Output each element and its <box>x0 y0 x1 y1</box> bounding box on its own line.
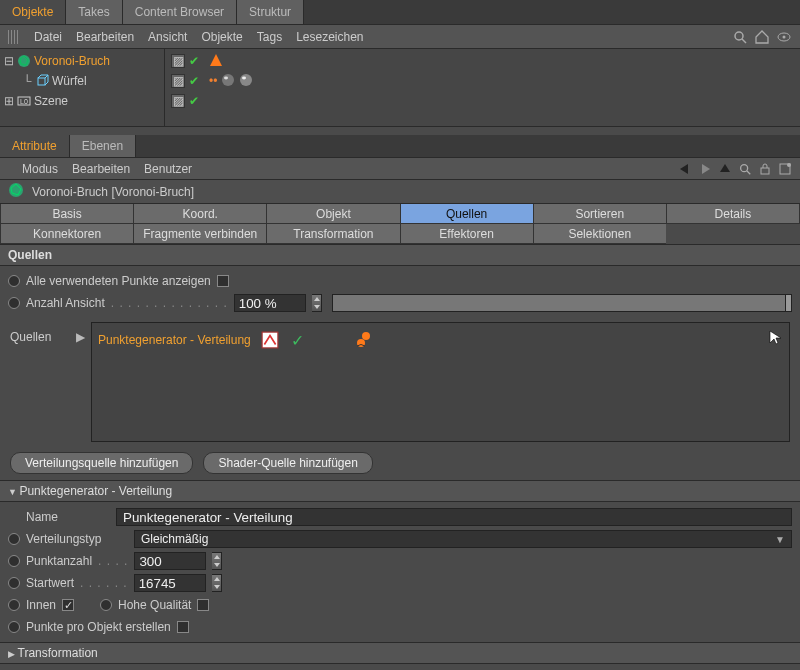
menu-datei[interactable]: Datei <box>34 30 62 44</box>
animatable-radio[interactable] <box>8 533 20 545</box>
section-header-pointgen[interactable]: Punktegenerator - Verteilung <box>0 480 800 502</box>
label-count-view: Anzahl Ansicht <box>26 296 105 310</box>
add-shader-button[interactable]: Shader-Quelle hinzufügen <box>203 452 372 474</box>
menu-tags[interactable]: Tags <box>257 30 282 44</box>
view-icon[interactable] <box>355 331 373 349</box>
attr-tab-basis[interactable]: Basis <box>0 204 134 224</box>
tree-row-cube[interactable]: └ Würfel <box>0 71 164 91</box>
menu-modus[interactable]: Modus <box>22 162 58 176</box>
row-seed: Startwert . . . . . . <box>8 572 792 594</box>
svg-marker-20 <box>720 164 730 172</box>
row-points-per-object: Punkte pro Objekt erstellen <box>8 616 792 638</box>
checkbox-inner[interactable] <box>62 599 74 611</box>
object-tree: ⊟ Voronoi-Bruch └ Würfel ⊞ L0 Szene <box>0 49 165 126</box>
attr-tab-details[interactable]: Details <box>666 204 800 224</box>
checkbox-points-per-object[interactable] <box>177 621 189 633</box>
add-distribution-button[interactable]: Verteilungsquelle hinzufügen <box>10 452 193 474</box>
menu-lesezeichen[interactable]: Lesezeichen <box>296 30 363 44</box>
input-count-view[interactable] <box>234 294 306 312</box>
dots-icon[interactable]: •• <box>209 74 217 88</box>
tab-takes[interactable]: Takes <box>66 0 122 24</box>
svg-marker-13 <box>210 54 222 66</box>
disclose-icon[interactable]: ⊞ <box>4 94 14 108</box>
svg-marker-19 <box>702 164 710 174</box>
animatable-radio[interactable] <box>8 599 20 611</box>
section-header-transformation[interactable]: Transformation <box>0 642 800 664</box>
source-entry[interactable]: Punktegenerator - Verteilung ✓ <box>98 329 783 351</box>
menu-bearbeiten[interactable]: Bearbeiten <box>76 30 134 44</box>
layer-tag-icon[interactable]: ▨ <box>171 94 185 108</box>
attr-tab-objekt[interactable]: Objekt <box>266 204 400 224</box>
spinner[interactable] <box>312 294 322 312</box>
nav-up-icon[interactable] <box>718 162 732 176</box>
disclose-icon[interactable]: ⊟ <box>4 54 14 68</box>
svg-text:L0: L0 <box>20 98 28 105</box>
cube-icon <box>35 74 49 88</box>
sources-list[interactable]: Punktegenerator - Verteilung ✓ <box>91 322 790 442</box>
animatable-radio[interactable] <box>8 275 20 287</box>
tab-attribute[interactable]: Attribute <box>0 135 70 157</box>
check-icon[interactable]: ✓ <box>289 331 307 349</box>
animatable-radio[interactable] <box>8 555 20 567</box>
attr-tab-konnektoren[interactable]: Konnektoren <box>0 224 134 244</box>
attr-tab-koord[interactable]: Koord. <box>133 204 267 224</box>
select-dist-type[interactable]: Gleichmäßig ▼ <box>134 530 792 548</box>
checkbox-show-all-points[interactable] <box>217 275 229 287</box>
enable-dot-icon[interactable]: ✔ <box>189 54 199 68</box>
input-name[interactable] <box>116 508 792 526</box>
svg-marker-18 <box>680 164 688 174</box>
lock-icon[interactable] <box>758 162 772 176</box>
menu-benutzer[interactable]: Benutzer <box>144 162 192 176</box>
search-icon[interactable] <box>738 162 752 176</box>
attr-tab-selektionen[interactable]: Selektionen <box>533 224 667 244</box>
svg-line-22 <box>747 170 751 174</box>
spinner[interactable] <box>212 574 222 592</box>
spinner[interactable] <box>212 552 222 570</box>
search-icon[interactable] <box>732 29 748 45</box>
objects-tabstrip: Objekte Takes Content Browser Struktur <box>0 0 800 25</box>
tree-row-scene[interactable]: ⊞ L0 Szene <box>0 91 164 111</box>
attr-tab-fragmente[interactable]: Fragmente verbinden <box>133 224 267 244</box>
source-entry-name[interactable]: Punktegenerator - Verteilung <box>98 333 251 347</box>
attr-tab-effektoren[interactable]: Effektoren <box>400 224 534 244</box>
enable-dot-icon[interactable]: ✔ <box>189 94 199 108</box>
animatable-radio[interactable] <box>100 599 112 611</box>
animatable-radio[interactable] <box>8 577 20 589</box>
nav-fwd-icon[interactable] <box>698 162 712 176</box>
input-seed[interactable] <box>134 574 206 592</box>
svg-point-3 <box>783 35 786 38</box>
menu-ansicht[interactable]: Ansicht <box>148 30 187 44</box>
attr-tab-sortieren[interactable]: Sortieren <box>533 204 667 224</box>
tab-struktur[interactable]: Struktur <box>237 0 304 24</box>
tree-label[interactable]: Würfel <box>52 74 87 88</box>
tab-ebenen[interactable]: Ebenen <box>70 135 136 157</box>
home-icon[interactable] <box>754 29 770 45</box>
layer-tag-icon[interactable]: ▨ <box>171 74 185 88</box>
cursor-icon <box>767 329 783 348</box>
tree-label[interactable]: Szene <box>34 94 68 108</box>
tree-label[interactable]: Voronoi-Bruch <box>34 54 110 68</box>
chevron-right-icon[interactable]: ▶ <box>76 322 85 344</box>
nav-back-icon[interactable] <box>678 162 692 176</box>
menu-bearbeiten[interactable]: Bearbeiten <box>72 162 130 176</box>
distribution-icon[interactable] <box>261 331 279 349</box>
animatable-radio[interactable] <box>8 297 20 309</box>
warning-icon[interactable] <box>209 53 223 70</box>
attr-tab-transformation[interactable]: Transformation <box>266 224 400 244</box>
input-point-count[interactable] <box>134 552 206 570</box>
animatable-radio[interactable] <box>8 621 20 633</box>
tab-objekte[interactable]: Objekte <box>0 0 66 24</box>
tag-row: ▨ ✔ <box>171 91 794 111</box>
tab-content-browser[interactable]: Content Browser <box>123 0 237 24</box>
new-window-icon[interactable] <box>778 162 792 176</box>
eye-icon[interactable] <box>776 29 792 45</box>
checkbox-high-quality[interactable] <box>197 599 209 611</box>
material-tag-icon[interactable] <box>221 73 235 90</box>
menu-objekte[interactable]: Objekte <box>201 30 242 44</box>
count-view-slider[interactable] <box>332 294 792 312</box>
layer-tag-icon[interactable]: ▨ <box>171 54 185 68</box>
material-tag-icon[interactable] <box>239 73 253 90</box>
tree-row-voronoi[interactable]: ⊟ Voronoi-Bruch <box>0 51 164 71</box>
attr-tab-quellen[interactable]: Quellen <box>400 204 534 224</box>
enable-dot-icon[interactable]: ✔ <box>189 74 199 88</box>
